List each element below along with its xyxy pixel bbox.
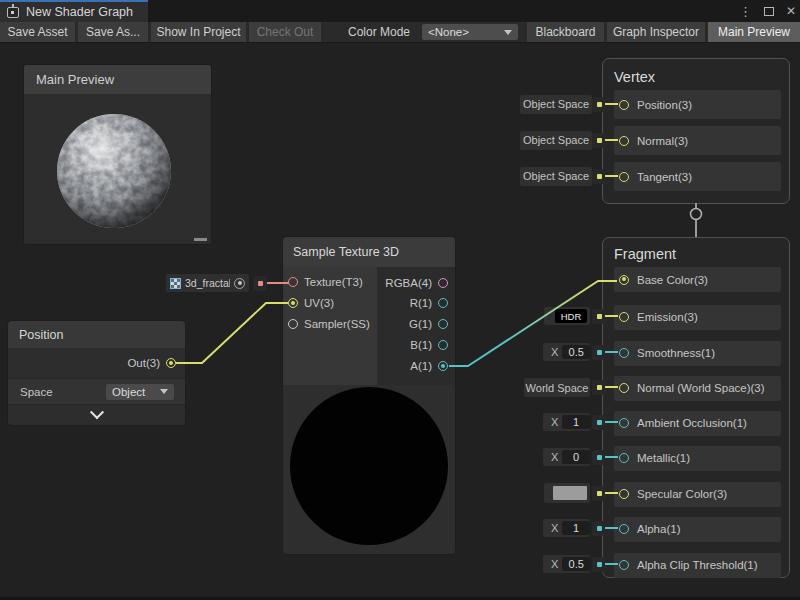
sampler-input-row[interactable]: Sampler(SS) bbox=[283, 314, 377, 334]
metallic-value[interactable]: 0 bbox=[562, 450, 590, 464]
ambient-occlusion-input-port[interactable] bbox=[619, 418, 629, 428]
block-row-position[interactable]: Position(3) bbox=[614, 90, 781, 119]
specular-color-input-port[interactable] bbox=[619, 489, 629, 499]
alpha-input-port[interactable] bbox=[619, 524, 629, 534]
main-preview-header[interactable]: Main Preview bbox=[24, 65, 211, 94]
alpha-value[interactable]: 1 bbox=[562, 521, 590, 535]
position-node[interactable]: Position Out(3) Space Object bbox=[8, 321, 185, 425]
sampler-ss-port[interactable] bbox=[288, 319, 298, 329]
texture-3d-icon bbox=[170, 278, 181, 289]
smoothness-input-port[interactable] bbox=[619, 348, 629, 358]
metallic-float-field[interactable]: X 0 bbox=[543, 448, 590, 466]
blackboard-toggle-button[interactable]: Blackboard bbox=[527, 22, 604, 42]
normal-connector bbox=[592, 133, 606, 148]
block-row-normal-ws[interactable]: Normal (World Space)(3) bbox=[614, 376, 781, 401]
space-value: Object bbox=[112, 386, 145, 398]
close-icon[interactable]: ✕ bbox=[786, 5, 796, 17]
main-preview-panel[interactable]: Main Preview bbox=[23, 64, 212, 245]
normal-ws-input-port[interactable] bbox=[619, 383, 629, 393]
block-row-metallic[interactable]: Metallic(1) bbox=[614, 446, 781, 471]
b-port[interactable] bbox=[438, 340, 448, 350]
texture-t3-port[interactable] bbox=[288, 277, 298, 287]
save-asset-button[interactable]: Save Asset bbox=[0, 22, 75, 42]
space-dropdown[interactable]: Object bbox=[106, 384, 174, 400]
collapse-button[interactable] bbox=[8, 404, 185, 425]
b-output-row[interactable]: B(1) bbox=[377, 335, 455, 355]
block-row-ambient-occlusion[interactable]: Ambient Occlusion(1) bbox=[614, 411, 781, 436]
main-preview-body bbox=[24, 94, 211, 244]
object-picker-icon[interactable] bbox=[234, 278, 245, 289]
emission-input-port[interactable] bbox=[619, 312, 629, 322]
block-row-emission[interactable]: Emission(3) bbox=[614, 305, 781, 330]
normal-input-port[interactable] bbox=[619, 136, 629, 146]
alpha-clip-value[interactable]: 0.5 bbox=[562, 557, 590, 571]
texture-input-row[interactable]: Texture(T3) bbox=[283, 272, 377, 292]
shader-graph-icon bbox=[7, 7, 19, 18]
rgba-port[interactable] bbox=[438, 278, 448, 288]
main-preview-toggle-button[interactable]: Main Preview bbox=[708, 22, 800, 42]
normal-space-pill-ws: World Space bbox=[524, 378, 590, 397]
ambient-occlusion-value[interactable]: 1 bbox=[562, 415, 590, 429]
tangent-input-port[interactable] bbox=[619, 172, 629, 182]
maximize-icon[interactable] bbox=[764, 7, 774, 16]
position-input-port[interactable] bbox=[619, 100, 629, 110]
fragment-node[interactable]: Fragment Base Color(3) Emission(3) Smoot… bbox=[602, 237, 790, 578]
alpha-clip-input-port[interactable] bbox=[619, 560, 629, 570]
normal-ws-connector bbox=[592, 380, 606, 395]
alpha-clip-connector bbox=[592, 557, 606, 572]
texture-3d-object-field[interactable]: 3d_fractal_n bbox=[166, 274, 249, 292]
sample-texture-3d-node[interactable]: Sample Texture 3D Texture(T3) UV(3) Samp… bbox=[283, 237, 455, 554]
block-row-specular-color[interactable]: Specular Color(3) bbox=[614, 482, 781, 507]
metallic-input-port[interactable] bbox=[619, 453, 629, 463]
preview-sphere bbox=[24, 94, 213, 244]
block-row-alpha[interactable]: Alpha(1) bbox=[614, 517, 781, 542]
sample-texture-3d-title: Sample Texture 3D bbox=[283, 237, 455, 267]
uv-port[interactable] bbox=[288, 298, 298, 308]
a-output-row[interactable]: A(1) bbox=[377, 356, 455, 376]
toolbar: Save Asset Save As... Show In Project Ch… bbox=[0, 22, 800, 43]
block-row-normal[interactable]: Normal(3) bbox=[614, 126, 781, 155]
save-as-button[interactable]: Save As... bbox=[78, 22, 148, 42]
r-output-row[interactable]: R(1) bbox=[377, 293, 455, 313]
color-mode-label: Color Mode bbox=[348, 22, 410, 42]
emission-connector bbox=[592, 309, 606, 324]
normal-space-pill: Object Space bbox=[520, 131, 592, 150]
vertex-node[interactable]: Vertex Position(3) Normal(3) Tangent(3) bbox=[602, 58, 790, 204]
color-mode-dropdown[interactable]: <None> bbox=[422, 24, 518, 40]
out-port[interactable] bbox=[166, 358, 176, 368]
tab-title: New Shader Graph bbox=[26, 5, 133, 19]
sample-texture-inputs: Texture(T3) UV(3) Sampler(SS) bbox=[283, 267, 377, 385]
emission-hdr-color-field[interactable]: HDR bbox=[544, 307, 590, 325]
panel-resize-handle[interactable] bbox=[194, 238, 207, 241]
shader-graph-window: New Shader Graph ⋮ ✕ Save Asset Save As.… bbox=[0, 0, 800, 600]
r-port[interactable] bbox=[438, 298, 448, 308]
texture-name: 3d_fractal_n bbox=[185, 277, 230, 289]
kebab-menu-icon[interactable]: ⋮ bbox=[739, 5, 752, 18]
rgba-output-row[interactable]: RGBA(4) bbox=[377, 273, 455, 293]
tangent-space-pill: Object Space bbox=[520, 167, 592, 186]
g-port[interactable] bbox=[438, 319, 448, 329]
check-out-button: Check Out bbox=[249, 22, 321, 42]
dropdown-arrow-icon bbox=[160, 389, 168, 394]
block-row-tangent[interactable]: Tangent(3) bbox=[614, 162, 781, 191]
g-output-row[interactable]: G(1) bbox=[377, 314, 455, 334]
uv-input-row[interactable]: UV(3) bbox=[283, 293, 377, 313]
dropdown-arrow-icon bbox=[504, 30, 512, 35]
block-row-smoothness[interactable]: Smoothness(1) bbox=[614, 341, 781, 366]
show-in-project-button[interactable]: Show In Project bbox=[151, 22, 246, 42]
chevron-down-icon bbox=[89, 405, 103, 419]
alpha-clip-float-field[interactable]: X 0.5 bbox=[543, 555, 590, 573]
graph-inspector-toggle-button[interactable]: Graph Inspector bbox=[607, 22, 705, 42]
title-bar: New Shader Graph ⋮ ✕ bbox=[0, 0, 800, 22]
specular-color-field[interactable] bbox=[544, 483, 590, 503]
alpha-float-field[interactable]: X 1 bbox=[543, 519, 590, 537]
block-row-base-color[interactable]: Base Color(3) bbox=[614, 267, 781, 292]
block-row-alpha-clip[interactable]: Alpha Clip Threshold(1) bbox=[614, 553, 781, 578]
base-color-input-port[interactable] bbox=[619, 275, 629, 285]
tab-new-shader-graph[interactable]: New Shader Graph bbox=[0, 0, 148, 22]
smoothness-value[interactable]: 0.5 bbox=[562, 345, 590, 359]
ambient-occlusion-float-field[interactable]: X 1 bbox=[543, 413, 590, 431]
position-out-row[interactable]: Out(3) bbox=[8, 348, 185, 378]
a-port[interactable] bbox=[438, 361, 448, 371]
smoothness-float-field[interactable]: X 0.5 bbox=[543, 343, 590, 361]
